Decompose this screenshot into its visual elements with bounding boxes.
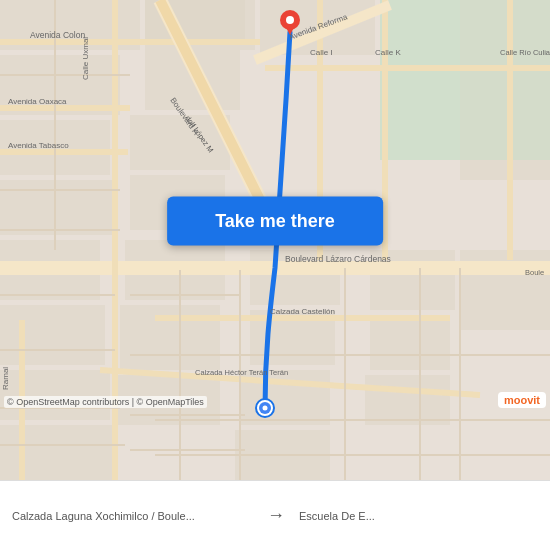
- take-me-there-button[interactable]: Take me there: [167, 196, 383, 245]
- svg-point-82: [286, 16, 294, 24]
- svg-text:Boulevard Lázaro Cárdenas: Boulevard Lázaro Cárdenas: [285, 254, 391, 264]
- svg-text:Avenida Oaxaca: Avenida Oaxaca: [8, 97, 67, 106]
- svg-rect-6: [0, 305, 105, 365]
- moovit-logo: moovit: [498, 392, 546, 408]
- svg-rect-4: [0, 180, 115, 235]
- map-container: Avenida Colon Avenida Oaxaca Avenida Tab…: [0, 0, 550, 480]
- svg-text:Calle I: Calle I: [310, 48, 333, 57]
- svg-text:Calzada Héctor Terán Terán: Calzada Héctor Terán Terán: [195, 368, 288, 377]
- svg-rect-26: [460, 0, 550, 160]
- route-from-label: Calzada Laguna Xochimilco / Boule...: [0, 510, 263, 522]
- svg-text:Calle K: Calle K: [375, 48, 401, 57]
- route-to-label: Escuela De E...: [289, 510, 550, 522]
- svg-text:Avenida Colon: Avenida Colon: [30, 30, 85, 40]
- svg-text:Calle Río Culiacán: Calle Río Culiacán: [500, 48, 550, 57]
- svg-text:Boule: Boule: [525, 268, 544, 277]
- svg-rect-7: [0, 370, 110, 420]
- svg-rect-21: [370, 315, 450, 370]
- svg-rect-22: [365, 375, 450, 425]
- svg-rect-25: [380, 0, 460, 160]
- svg-text:Avenida Tabasco: Avenida Tabasco: [8, 141, 69, 150]
- bottom-bar: Calzada Laguna Xochimilco / Boule... → E…: [0, 480, 550, 550]
- svg-text:Ramal: Ramal: [1, 367, 10, 390]
- map-attribution: © OpenStreetMap contributors | © OpenMap…: [4, 396, 207, 408]
- svg-text:Calzada Castellón: Calzada Castellón: [270, 307, 335, 316]
- route-arrow-icon: →: [263, 505, 289, 526]
- svg-point-85: [263, 406, 268, 411]
- svg-text:Calle Uxmal: Calle Uxmal: [81, 37, 90, 80]
- svg-rect-8: [0, 425, 115, 480]
- svg-rect-14: [120, 305, 220, 370]
